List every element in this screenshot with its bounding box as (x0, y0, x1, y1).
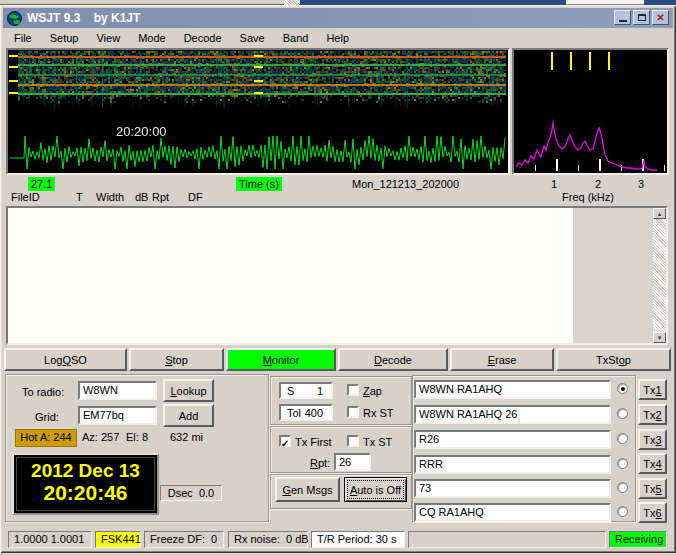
spectrum-panel (512, 48, 669, 175)
grid-label: Grid: (35, 411, 59, 424)
erase-button[interactable]: Erase (450, 348, 554, 371)
decoded-text[interactable] (8, 208, 573, 343)
maximize-button[interactable] (633, 10, 650, 25)
to-radio-label: To radio: (22, 386, 64, 399)
tx-first-label: Tx First (295, 436, 332, 449)
tx4-radio[interactable] (617, 458, 628, 469)
tx-st-label: Tx ST (363, 436, 392, 449)
stop-button[interactable]: Stop (129, 348, 224, 371)
utc-clock: 2012 Dec 13 20:20:46 (12, 453, 159, 515)
menu-band[interactable]: Band (274, 30, 318, 46)
zap-checkbox[interactable] (347, 384, 359, 396)
tx3-radio[interactable] (617, 433, 628, 444)
tx1-button[interactable]: Tx1 (638, 379, 667, 400)
menu-decode[interactable]: Decode (175, 30, 231, 46)
mode-status: FSK441 (95, 531, 141, 548)
tx6-message-input[interactable]: CQ RA1AHQ (414, 503, 611, 522)
calibration-status: 1.0000 1.0001 (8, 531, 92, 548)
lookup-button[interactable]: Lookup (163, 379, 214, 402)
sync-threshold-display[interactable]: S1 (279, 382, 333, 399)
close-button[interactable] (652, 10, 669, 25)
clock-time: 20:20:46 (14, 481, 157, 504)
rx-noise-status: Rx noise: 0 dB (228, 531, 308, 548)
tx5-radio[interactable] (617, 482, 628, 493)
tx5-button[interactable]: Tx5 (638, 478, 667, 499)
zap-label: Zap (363, 385, 382, 398)
vertical-scrollbar[interactable] (653, 208, 666, 343)
col-df: DF (188, 191, 203, 204)
sync-level-badge: 27.1 (28, 177, 55, 191)
tolerance-value: 400 (305, 407, 323, 418)
dsec-display[interactable]: Dsec 0.0 (160, 485, 222, 501)
azimuth-label: Az: 257 (82, 431, 119, 444)
hot-a-badge: Hot A: 244 (15, 429, 77, 447)
rx-st-label: Rx ST (363, 407, 394, 420)
time-axis-label: Time (s) (236, 177, 282, 191)
tx3-message-input[interactable]: R26 (414, 430, 611, 449)
elevation-label: El: 8 (126, 431, 148, 444)
rx-st-checkbox[interactable] (347, 406, 359, 418)
status-spacer (408, 531, 606, 548)
freq-tick-3: 3 (635, 177, 647, 191)
tx6-button[interactable]: Tx6 (638, 502, 667, 523)
clock-date: 2012 Dec 13 (14, 460, 157, 481)
monitor-button[interactable]: Monitor (226, 348, 336, 371)
minimize-button[interactable] (614, 10, 631, 25)
file-id-label: Mon_121213_202000 (352, 177, 459, 191)
tolerance-display[interactable]: Tol400 (279, 404, 333, 421)
tx6-radio[interactable] (617, 506, 628, 517)
tx4-button[interactable]: Tx4 (638, 453, 667, 474)
sync-threshold-label: S (287, 385, 294, 396)
scroll-down-icon[interactable] (653, 332, 666, 343)
menu-help[interactable]: Help (317, 30, 358, 46)
to-radio-input[interactable]: W8WN (78, 381, 157, 400)
auto-toggle-button[interactable]: Auto is Off (344, 477, 407, 502)
sync-threshold-value: 1 (317, 385, 323, 396)
tolerance-label: Tol (287, 407, 301, 418)
rpt-label: Rpt: (310, 457, 330, 470)
menubar: File Setup View Mode Decode Save Band He… (3, 29, 675, 47)
rpt-input[interactable]: 26 (334, 453, 371, 471)
waterfall-panel (6, 48, 510, 175)
rx-status-badge: Receiving (609, 531, 667, 548)
col-fileid: FileID (11, 191, 40, 204)
scroll-up-icon[interactable] (653, 208, 666, 219)
freq-tick-2: 2 (592, 177, 604, 191)
waterfall-display[interactable] (8, 50, 508, 173)
titlebar[interactable]: WSJT 9.3 by K1JT (3, 8, 673, 28)
menu-view[interactable]: View (87, 30, 129, 46)
decoded-text-area[interactable] (6, 206, 668, 345)
freeze-df-status: Freeze DF: 0 (144, 531, 224, 548)
freq-axis-label: Freq (kHz) (562, 191, 614, 204)
tx1-radio[interactable] (617, 383, 628, 394)
col-db: dB (135, 191, 148, 204)
log-qso-button[interactable]: Log QSO (4, 348, 127, 371)
window-title: WSJT 9.3 by K1JT (27, 11, 140, 25)
tx2-message-input[interactable]: W8WN RA1AHQ 26 (414, 405, 611, 424)
spectrum-display[interactable] (514, 50, 667, 173)
tx2-button[interactable]: Tx2 (638, 404, 667, 425)
txstop-button[interactable]: TxStop (556, 348, 671, 371)
grid-input[interactable]: EM77bq (78, 406, 157, 425)
wsjt-main-window: WSJT 9.3 by K1JT File Setup View Mode De… (0, 5, 676, 553)
decode-button[interactable]: Decode (338, 348, 448, 371)
tx5-message-input[interactable]: 73 (414, 479, 611, 498)
tx-first-checkbox[interactable] (279, 435, 291, 447)
menu-mode[interactable]: Mode (129, 30, 175, 46)
tx2-radio[interactable] (617, 408, 628, 419)
col-t: T (76, 191, 83, 204)
col-width: Width (96, 191, 124, 204)
tx-st-checkbox[interactable] (347, 435, 359, 447)
freq-tick-1: 1 (548, 177, 560, 191)
gen-msgs-button[interactable]: Gen Msgs (275, 477, 340, 502)
menu-save[interactable]: Save (231, 30, 274, 46)
add-button[interactable]: Add (163, 404, 214, 427)
tx4-message-input[interactable]: RRR (414, 455, 611, 474)
app-globe-icon (7, 11, 22, 26)
menu-file[interactable]: File (5, 30, 41, 46)
tx3-button[interactable]: Tx3 (638, 429, 667, 450)
distance-label: 632 mi (170, 431, 203, 444)
tr-period-status: T/R Period: 30 s (311, 531, 405, 548)
tx1-message-input[interactable]: W8WN RA1AHQ (414, 380, 611, 399)
menu-setup[interactable]: Setup (41, 30, 88, 46)
